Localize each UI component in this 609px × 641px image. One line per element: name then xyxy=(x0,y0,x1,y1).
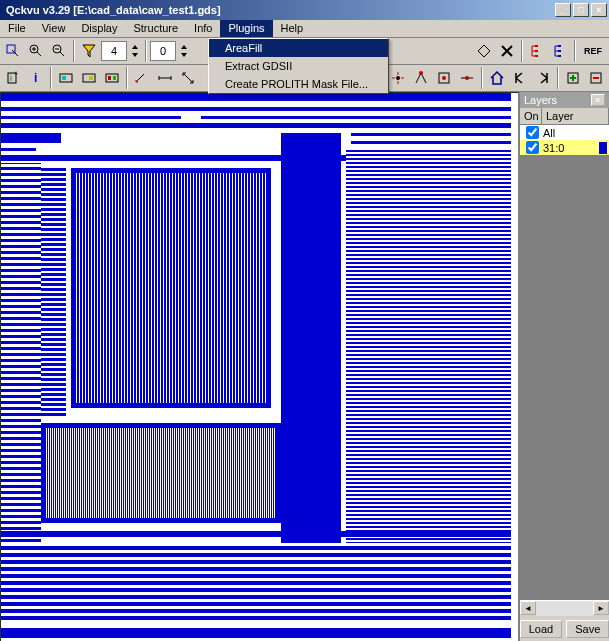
snap3-icon[interactable] xyxy=(433,67,455,89)
tree2-icon[interactable] xyxy=(549,40,571,62)
menu-view[interactable]: View xyxy=(34,20,74,37)
snap2-icon[interactable] xyxy=(410,67,432,89)
prev-icon[interactable] xyxy=(509,67,531,89)
menu-structure[interactable]: Structure xyxy=(125,20,186,37)
layers-close-button[interactable]: × xyxy=(591,94,605,106)
dropdown-areafill[interactable]: AreaFill xyxy=(209,39,388,57)
info-plus-icon[interactable]: i+ xyxy=(2,67,24,89)
menu-help[interactable]: Help xyxy=(273,20,312,37)
scroll-right-button[interactable]: ► xyxy=(593,601,609,615)
layer-label: 31:0 xyxy=(543,142,599,154)
layers-hscroll[interactable]: ◄ ► xyxy=(520,600,609,616)
titlebar: Qckvu v3.29 [E:\cad_data\caw_test1.gds] … xyxy=(0,0,609,20)
zoom-select-icon[interactable] xyxy=(2,40,24,62)
add-box-icon[interactable] xyxy=(562,67,584,89)
svg-rect-19 xyxy=(113,76,116,80)
filter-icon[interactable] xyxy=(78,40,100,62)
menu-info[interactable]: Info xyxy=(186,20,220,37)
snap4-icon[interactable] xyxy=(456,67,478,89)
home-icon[interactable] xyxy=(486,67,508,89)
svg-rect-8 xyxy=(558,55,561,57)
svg-rect-3 xyxy=(535,45,538,47)
zero-input[interactable] xyxy=(150,41,176,61)
dropdown-prolith[interactable]: Create PROLITH Mask File... xyxy=(209,75,388,93)
svg-point-21 xyxy=(419,71,423,75)
svg-rect-5 xyxy=(535,55,538,57)
layers-title-text: Layers xyxy=(524,94,557,106)
main-area: Layers × On Layer All 31:0 ◄ ► Load xyxy=(0,92,609,641)
svg-text:i: i xyxy=(34,71,37,85)
measure1-icon[interactable] xyxy=(131,67,153,89)
layers-panel: Layers × On Layer All 31:0 ◄ ► Load xyxy=(519,92,609,641)
layer-checkbox-all[interactable] xyxy=(526,126,539,139)
diamond-icon[interactable] xyxy=(473,40,495,62)
tree-icon[interactable] xyxy=(526,40,548,62)
svg-rect-18 xyxy=(108,76,111,80)
layer-label: All xyxy=(543,127,555,139)
menu-plugins[interactable]: Plugins xyxy=(220,20,272,37)
close-button[interactable]: × xyxy=(591,3,607,17)
layer-checkbox-31-0[interactable] xyxy=(526,141,539,154)
svg-text:i: i xyxy=(10,73,12,83)
svg-rect-14 xyxy=(62,76,66,80)
plugins-dropdown: AreaFill Extract GDSII Create PROLITH Ma… xyxy=(208,38,389,94)
svg-rect-4 xyxy=(535,50,538,52)
x-icon[interactable] xyxy=(496,40,518,62)
next-icon[interactable] xyxy=(532,67,554,89)
info-icon[interactable]: i xyxy=(25,67,47,89)
svg-rect-17 xyxy=(106,74,118,82)
svg-point-20 xyxy=(396,76,400,80)
levels-input[interactable] xyxy=(101,41,127,61)
view1-icon[interactable] xyxy=(55,67,77,89)
layer-row-all[interactable]: All xyxy=(520,125,609,140)
svg-rect-16 xyxy=(89,76,93,80)
measure3-icon[interactable] xyxy=(177,67,199,89)
minimize-button[interactable]: _ xyxy=(555,3,571,17)
menubar: File View Display Structure Info Plugins… xyxy=(0,20,609,38)
layers-col-on[interactable]: On xyxy=(520,108,542,124)
zoom-in-icon[interactable] xyxy=(25,40,47,62)
svg-rect-6 xyxy=(558,45,561,47)
svg-point-23 xyxy=(442,76,446,80)
levels-spin[interactable] xyxy=(128,40,142,62)
window-title: Qckvu v3.29 [E:\cad_data\caw_test1.gds] xyxy=(2,4,555,16)
zero-spin[interactable] xyxy=(177,40,191,62)
layer-row-31-0[interactable]: 31:0 xyxy=(520,140,609,155)
svg-point-24 xyxy=(465,76,469,80)
snap1-icon[interactable] xyxy=(387,67,409,89)
layers-header: On Layer xyxy=(520,108,609,125)
view3-icon[interactable] xyxy=(101,67,123,89)
ref-button[interactable]: REF xyxy=(579,40,607,62)
svg-rect-7 xyxy=(558,50,561,52)
layout-canvas[interactable] xyxy=(0,92,519,641)
menu-display[interactable]: Display xyxy=(73,20,125,37)
layers-scroll-area xyxy=(520,155,609,600)
maximize-button[interactable]: □ xyxy=(573,3,589,17)
save-button[interactable]: Save xyxy=(566,620,609,638)
zoom-out-icon[interactable] xyxy=(48,40,70,62)
layer-color-swatch xyxy=(599,142,607,154)
layers-col-layer[interactable]: Layer xyxy=(542,108,609,124)
menu-file[interactable]: File xyxy=(0,20,34,37)
dropdown-extract-gdsii[interactable]: Extract GDSII xyxy=(209,57,388,75)
remove-box-icon[interactable] xyxy=(585,67,607,89)
view2-icon[interactable] xyxy=(78,67,100,89)
scroll-left-button[interactable]: ◄ xyxy=(520,601,536,615)
svg-text:+: + xyxy=(14,70,18,77)
measure2-icon[interactable] xyxy=(154,67,176,89)
layers-panel-title: Layers × xyxy=(520,92,609,108)
load-button[interactable]: Load xyxy=(520,620,562,638)
